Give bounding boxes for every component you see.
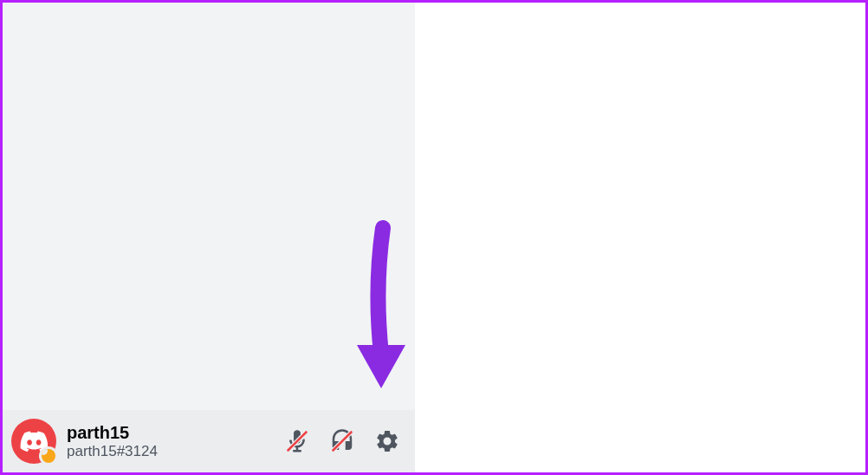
svg-rect-1 (293, 450, 301, 452)
status-indicator (39, 446, 58, 465)
sidebar-content-area (3, 3, 415, 410)
headphones-muted-icon (329, 428, 355, 454)
user-tag-label: parth15#3124 (67, 443, 278, 460)
deafen-button[interactable] (323, 422, 361, 460)
user-panel: parth15 parth15#3124 (3, 410, 415, 472)
user-controls (278, 422, 406, 460)
username-label: parth15 (67, 422, 278, 443)
gear-icon (374, 428, 400, 454)
avatar-wrapper[interactable] (11, 419, 56, 464)
sidebar-panel: parth15 parth15#3124 (3, 3, 415, 472)
settings-button[interactable] (368, 422, 406, 460)
microphone-muted-icon (284, 428, 310, 454)
mute-button[interactable] (278, 422, 316, 460)
user-info[interactable]: parth15 parth15#3124 (67, 422, 278, 460)
idle-status-icon (42, 449, 55, 463)
